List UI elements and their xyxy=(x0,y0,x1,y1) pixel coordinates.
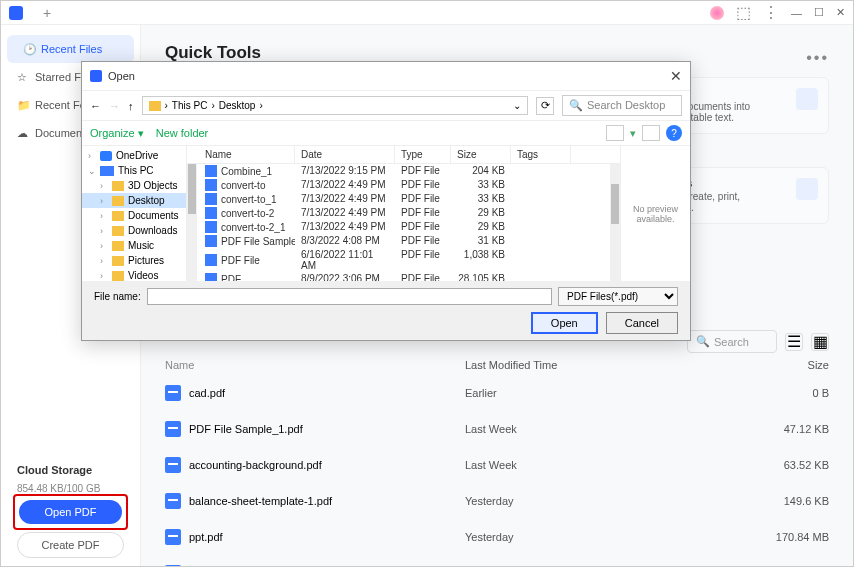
file-name: PDF File Sample xyxy=(221,236,295,247)
table-row[interactable]: balance-sheet-template-1.pdfYesterday149… xyxy=(165,483,829,519)
folder-icon xyxy=(112,241,124,251)
col-tags[interactable]: Tags xyxy=(511,146,571,163)
recent-files-table: Name Last Modified Time Size cad.pdfEarl… xyxy=(165,355,829,567)
list-view-icon[interactable]: ☰ xyxy=(785,333,803,351)
chevron-icon[interactable]: › xyxy=(88,151,96,161)
table-row[interactable]: PDF File Sample_1.pdfLast Week47.12 KB xyxy=(165,411,829,447)
col-size[interactable]: Size xyxy=(665,359,829,371)
chevron-icon[interactable]: › xyxy=(100,226,108,236)
more-menu[interactable]: ••• xyxy=(806,49,829,67)
file-row[interactable]: PDF File6/16/2022 11:01 AMPDF File1,038 … xyxy=(199,248,620,272)
filetype-select[interactable]: PDF Files(*.pdf) xyxy=(558,287,678,306)
col-size[interactable]: Size xyxy=(451,146,511,163)
col-name[interactable]: Name xyxy=(165,359,465,371)
organize-menu[interactable]: Organize ▾ xyxy=(90,127,144,140)
close-button[interactable]: ✕ xyxy=(836,6,845,19)
file-row[interactable]: convert-to-27/13/2022 4:49 PMPDF File29 … xyxy=(199,206,620,220)
help-icon[interactable]: ? xyxy=(666,125,682,141)
chevron-icon[interactable]: › xyxy=(100,271,108,281)
minimize-button[interactable]: — xyxy=(791,7,802,19)
storage-text: 854.48 KB/100 GB xyxy=(17,483,100,494)
breadcrumb[interactable]: › This PC › Desktop › ⌄ xyxy=(142,96,529,115)
file-row[interactable]: Combine_17/13/2022 9:15 PMPDF File204 KB xyxy=(199,164,620,178)
search-input[interactable]: 🔍 Search xyxy=(687,330,777,353)
tree-label: 3D Objects xyxy=(128,180,177,191)
pdf-icon xyxy=(205,193,217,205)
dialog-nav: ← → ↑ › This PC › Desktop › ⌄ ⟳ 🔍 Search… xyxy=(82,90,690,121)
new-tab-button[interactable]: + xyxy=(43,5,51,21)
view-button[interactable] xyxy=(606,125,624,141)
tree-label: OneDrive xyxy=(116,150,158,161)
scrollbar-left[interactable] xyxy=(187,164,197,281)
file-row[interactable]: convert-to-2_17/13/2022 4:49 PMPDF File2… xyxy=(199,220,620,234)
file-row[interactable]: convert-to7/13/2022 4:49 PMPDF File33 KB xyxy=(199,178,620,192)
chevron-icon[interactable]: › xyxy=(100,181,108,191)
account-icon[interactable] xyxy=(710,6,724,20)
preview-toggle[interactable] xyxy=(642,125,660,141)
chevron-icon[interactable]: › xyxy=(100,256,108,266)
table-row[interactable]: ppt.pdfYesterday170.84 MB xyxy=(165,519,829,555)
tree-item[interactable]: ⌄This PC xyxy=(82,163,186,178)
file-size: 1,038 KB xyxy=(451,248,511,272)
col-type[interactable]: Type xyxy=(395,146,451,163)
tree-item[interactable]: ›Documents xyxy=(82,208,186,223)
tree-item[interactable]: ›OneDrive xyxy=(82,148,186,163)
file-modified: Yesterday xyxy=(465,531,665,543)
grid-view-icon[interactable]: ▦ xyxy=(811,333,829,351)
dialog-search-input[interactable]: 🔍 Search Desktop xyxy=(562,95,682,116)
file-type: PDF File xyxy=(395,220,451,234)
search-placeholder: Search Desktop xyxy=(587,99,665,112)
open-button[interactable]: Open xyxy=(531,312,598,334)
back-button[interactable]: ← xyxy=(90,100,101,112)
table-row[interactable]: accounting-background.pdfLast Week63.52 … xyxy=(165,447,829,483)
more-icon[interactable]: ⋮ xyxy=(763,3,779,22)
file-list: Name Date Type Size Tags Combine_17/13/2… xyxy=(187,146,620,281)
crumb-item[interactable]: Desktop xyxy=(219,100,256,111)
file-row[interactable]: convert-to_17/13/2022 4:49 PMPDF File33 … xyxy=(199,192,620,206)
tree-item[interactable]: ›Desktop xyxy=(82,193,186,208)
cancel-button[interactable]: Cancel xyxy=(606,312,678,334)
file-name: PDF File xyxy=(221,255,260,266)
file-modified: Last Week xyxy=(465,423,665,435)
forward-button[interactable]: → xyxy=(109,100,120,112)
file-name: convert-to_1 xyxy=(221,194,277,205)
cloud-icon: ☁ xyxy=(17,127,29,139)
crumb-item[interactable]: This PC xyxy=(172,100,208,111)
maximize-button[interactable]: ☐ xyxy=(814,6,824,19)
col-name[interactable]: Name xyxy=(199,146,295,163)
file-name: ppt.pdf xyxy=(189,531,223,543)
chevron-icon[interactable]: › xyxy=(100,196,108,206)
filename-input[interactable] xyxy=(147,288,552,305)
dialog-close-button[interactable]: ✕ xyxy=(670,68,682,84)
chevron-icon[interactable]: › xyxy=(100,211,108,221)
file-date: 8/3/2022 4:08 PM xyxy=(295,234,395,248)
up-button[interactable]: ↑ xyxy=(128,100,134,112)
folder-icon xyxy=(112,271,124,281)
chevron-down-icon[interactable]: ▾ xyxy=(630,127,636,140)
create-pdf-button[interactable]: Create PDF xyxy=(17,532,124,558)
scrollbar-right[interactable] xyxy=(610,164,620,281)
tree-item[interactable]: ›Music xyxy=(82,238,186,253)
tree-item[interactable]: ›Pictures xyxy=(82,253,186,268)
table-row[interactable]: cad.pdfEarlier0 B xyxy=(165,375,829,411)
new-folder-button[interactable]: New folder xyxy=(156,127,209,139)
refresh-button[interactable]: ⟳ xyxy=(536,97,554,115)
tree-item[interactable]: ›3D Objects xyxy=(82,178,186,193)
chevron-icon[interactable]: › xyxy=(100,241,108,251)
star-icon: ☆ xyxy=(17,71,29,83)
tree-item[interactable]: ›Videos xyxy=(82,268,186,281)
chevron-icon[interactable]: ⌄ xyxy=(88,166,96,176)
open-pdf-button[interactable]: Open PDF xyxy=(19,500,122,524)
file-modified: Last Week xyxy=(465,459,665,471)
share-icon[interactable]: ⬚ xyxy=(736,3,751,22)
col-modified[interactable]: Last Modified Time xyxy=(465,359,665,371)
table-row[interactable]: Frame 2125622.pdfYesterday8.39 MB xyxy=(165,555,829,567)
sidebar-item-recent-files[interactable]: 🕑 Recent Files xyxy=(7,35,134,63)
pdf-icon xyxy=(165,529,181,545)
chevron-down-icon[interactable]: ⌄ xyxy=(513,100,521,111)
file-row[interactable]: PDF File Sample8/3/2022 4:08 PMPDF File3… xyxy=(199,234,620,248)
file-row[interactable]: PDF8/9/2022 3:06 PMPDF File28,105 KB xyxy=(199,272,620,281)
tree-item[interactable]: ›Downloads xyxy=(82,223,186,238)
col-date[interactable]: Date xyxy=(295,146,395,163)
file-date: 6/16/2022 11:01 AM xyxy=(295,248,395,272)
